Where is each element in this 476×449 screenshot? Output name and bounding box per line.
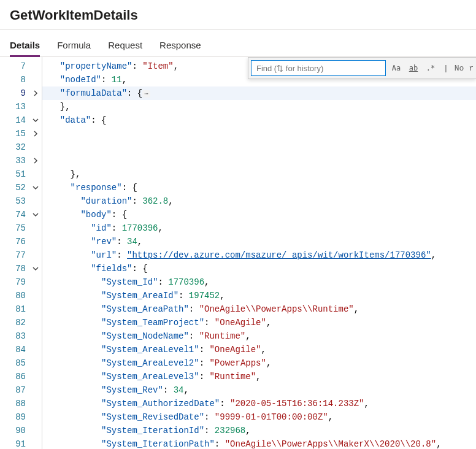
code-line[interactable]: "formulaData": {⋯ bbox=[42, 86, 476, 100]
gutter-line: 85 bbox=[0, 356, 42, 370]
gutter-line: 74 bbox=[0, 208, 42, 221]
fold-placeholder bbox=[31, 223, 40, 233]
gutter-line: 80 bbox=[0, 289, 42, 302]
gutter-line: 13 bbox=[0, 100, 42, 113]
page-title: GetWorkItemDetails bbox=[10, 7, 466, 23]
code-line[interactable]: "url": "https://dev.azure.com/msazure/_a… bbox=[42, 248, 476, 262]
fold-ellipsis-icon[interactable]: ⋯ bbox=[142, 90, 150, 98]
code-line[interactable]: "System_Id": 1770396, bbox=[42, 275, 476, 289]
find-widget: Aa ab .* | No r bbox=[248, 57, 476, 79]
chevron-right-icon[interactable] bbox=[31, 156, 40, 166]
details-panel: GetWorkItemDetails DetailsFormulaRequest… bbox=[0, 0, 476, 449]
code-line[interactable]: "System_AreaLevel2": "PowerApps", bbox=[42, 356, 476, 370]
code-line[interactable]: "body": { bbox=[42, 208, 476, 221]
gutter-line: 7 bbox=[0, 59, 42, 73]
gutter-line: 82 bbox=[0, 316, 42, 329]
code-line[interactable]: }, bbox=[42, 100, 476, 113]
gutter-line: 51 bbox=[0, 167, 42, 181]
gutter-line: 81 bbox=[0, 302, 42, 316]
find-status: No r bbox=[452, 64, 474, 73]
fold-placeholder bbox=[31, 102, 40, 112]
panel-header: GetWorkItemDetails bbox=[0, 0, 476, 30]
code-area[interactable]: Aa ab .* | No r "propertyName": "Item", … bbox=[42, 57, 476, 449]
find-divider: | bbox=[441, 64, 448, 73]
fold-placeholder bbox=[31, 75, 40, 85]
chevron-down-icon[interactable] bbox=[31, 183, 40, 193]
gutter-line: 91 bbox=[0, 437, 42, 449]
code-line[interactable]: "System_AreaLevel3": "Runtime", bbox=[42, 370, 476, 383]
chevron-down-icon[interactable] bbox=[31, 210, 40, 220]
code-line[interactable]: "response": { bbox=[42, 181, 476, 194]
code-line[interactable]: "System_AreaLevel1": "OneAgile", bbox=[42, 343, 476, 356]
fold-placeholder bbox=[31, 385, 40, 395]
code-line[interactable]: "System_NodeName": "Runtime", bbox=[42, 329, 476, 343]
gutter-line: 89 bbox=[0, 410, 42, 424]
code-line[interactable]: "System_Rev": 34, bbox=[42, 383, 476, 397]
gutter-line: 79 bbox=[0, 275, 42, 289]
chevron-down-icon[interactable] bbox=[31, 264, 40, 274]
fold-placeholder bbox=[31, 345, 40, 355]
gutter-line: 78 bbox=[0, 262, 42, 275]
code-line[interactable] bbox=[42, 127, 476, 140]
fold-placeholder bbox=[31, 237, 40, 247]
gutter-line: 9 bbox=[0, 86, 42, 100]
fold-placeholder bbox=[31, 169, 40, 179]
code-line[interactable]: "data": { bbox=[42, 113, 476, 127]
chevron-right-icon[interactable] bbox=[31, 129, 40, 139]
code-line[interactable]: "System_IterationPath": "OneAgile\\Power… bbox=[42, 437, 476, 449]
fold-placeholder bbox=[31, 331, 40, 341]
code-line[interactable] bbox=[42, 140, 476, 154]
gutter-line: 83 bbox=[0, 329, 42, 343]
match-case-icon[interactable]: Aa bbox=[390, 61, 403, 75]
fold-placeholder bbox=[31, 439, 40, 449]
gutter-line: 77 bbox=[0, 248, 42, 262]
gutter-line: 86 bbox=[0, 370, 42, 383]
gutter-line: 32 bbox=[0, 140, 42, 154]
gutter-line: 8 bbox=[0, 73, 42, 86]
fold-placeholder bbox=[31, 304, 40, 314]
whole-word-icon[interactable]: ab bbox=[407, 61, 420, 75]
code-line[interactable] bbox=[42, 154, 476, 167]
regex-icon[interactable]: .* bbox=[424, 61, 437, 75]
fold-placeholder bbox=[31, 426, 40, 436]
gutter-line: 53 bbox=[0, 194, 42, 208]
find-input[interactable] bbox=[251, 60, 386, 76]
code-line[interactable]: "duration": 362.8, bbox=[42, 194, 476, 208]
tab-details[interactable]: Details bbox=[10, 34, 40, 57]
fold-placeholder bbox=[31, 61, 40, 71]
code-line[interactable]: }, bbox=[42, 167, 476, 181]
code-editor[interactable]: 7891314153233515253747576777879808182838… bbox=[0, 57, 476, 449]
gutter-line: 90 bbox=[0, 424, 42, 437]
tab-bar: DetailsFormulaRequestResponse bbox=[0, 30, 476, 57]
code-line[interactable]: "System_RevisedDate": "9999-01-01T00:00:… bbox=[42, 410, 476, 424]
chevron-down-icon[interactable] bbox=[31, 115, 40, 125]
gutter-line: 52 bbox=[0, 181, 42, 194]
gutter-line: 87 bbox=[0, 383, 42, 397]
code-line[interactable]: "fields": { bbox=[42, 262, 476, 275]
fold-placeholder bbox=[31, 277, 40, 287]
gutter-line: 88 bbox=[0, 397, 42, 410]
tab-request[interactable]: Request bbox=[108, 34, 142, 57]
fold-placeholder bbox=[31, 358, 40, 368]
code-line[interactable]: "System_TeamProject": "OneAgile", bbox=[42, 316, 476, 329]
code-line[interactable]: "System_AreaId": 197452, bbox=[42, 289, 476, 302]
code-line[interactable]: "System_AuthorizedDate": "2020-05-15T16:… bbox=[42, 397, 476, 410]
fold-placeholder bbox=[31, 142, 40, 152]
tab-formula[interactable]: Formula bbox=[57, 34, 91, 57]
gutter-line: 14 bbox=[0, 113, 42, 127]
code-line[interactable]: "rev": 34, bbox=[42, 235, 476, 248]
fold-placeholder bbox=[31, 291, 40, 301]
chevron-right-icon[interactable] bbox=[31, 88, 40, 98]
gutter-line: 76 bbox=[0, 235, 42, 248]
gutter-line: 33 bbox=[0, 154, 42, 167]
gutter-line: 84 bbox=[0, 343, 42, 356]
fold-placeholder bbox=[31, 250, 40, 260]
code-line[interactable]: "System_AreaPath": "OneAgile\\PowerApps\… bbox=[42, 302, 476, 316]
fold-placeholder bbox=[31, 318, 40, 328]
tab-response[interactable]: Response bbox=[159, 34, 201, 57]
gutter-line: 75 bbox=[0, 221, 42, 235]
fold-placeholder bbox=[31, 372, 40, 382]
code-line[interactable]: "System_IterationId": 232968, bbox=[42, 424, 476, 437]
gutter-line: 15 bbox=[0, 127, 42, 140]
code-line[interactable]: "id": 1770396, bbox=[42, 221, 476, 235]
